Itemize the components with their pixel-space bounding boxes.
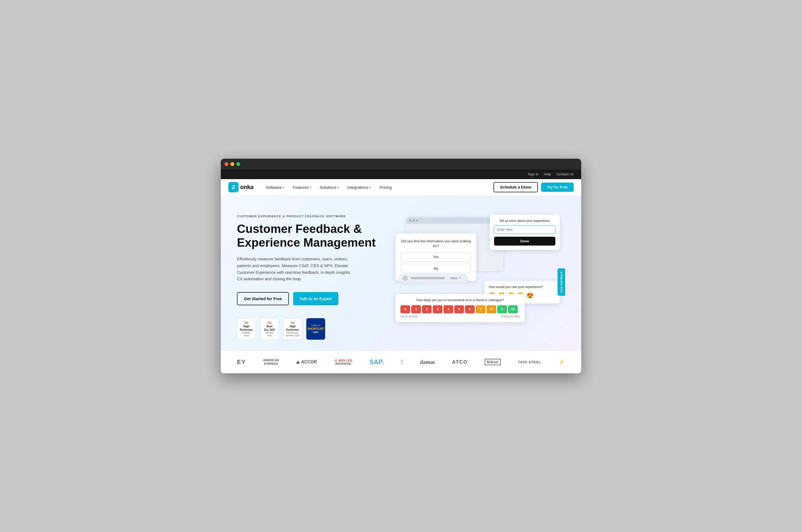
- avatar: [403, 276, 408, 281]
- nps-labels: Not at all likely Extremely likely: [400, 315, 520, 318]
- yes-no-question: Did you find the information you were lo…: [401, 239, 471, 248]
- hero-title: Customer Feedback & Experience Managemen…: [237, 222, 377, 249]
- nav-integrations[interactable]: Integrations ▾: [343, 183, 375, 192]
- try-free-button[interactable]: Try for Free: [541, 183, 574, 192]
- client-nikon: Nikon: [485, 359, 501, 365]
- nav-pricing[interactable]: Pricing: [376, 183, 396, 192]
- badge-g2-mid-market: G2 High Performer Mid-Market SPRING 2023: [283, 318, 302, 340]
- contact-us-link[interactable]: Contact Us: [556, 172, 574, 176]
- browser-dot: [416, 220, 418, 222]
- nps-6[interactable]: 6: [465, 305, 475, 314]
- browser-dot: [413, 220, 415, 222]
- hero-buttons: Get Started for Free Talk to an Expert: [237, 292, 377, 305]
- maximize-button[interactable]: [236, 162, 240, 166]
- nps-10[interactable]: 10: [508, 305, 518, 314]
- schedule-demo-button[interactable]: Schedule a Demo: [494, 182, 538, 192]
- client-amex: AMERICANEXPRESS: [263, 359, 279, 365]
- nps-4[interactable]: 4: [443, 305, 453, 314]
- badge-capterra: Capterra SHORTLIST 2023: [306, 318, 325, 340]
- help-link[interactable]: Help: [544, 172, 551, 176]
- give-feedback-tab[interactable]: Give Feedback: [557, 268, 565, 296]
- hero-description: Effortlessly measure feedback from custo…: [237, 256, 355, 282]
- inbox-bar: Inbox ✕: [398, 274, 468, 282]
- nps-scale: 0 1 2 3 4 5 6 7 8 9 10: [400, 305, 520, 314]
- chevron-down-icon: ▾: [283, 186, 284, 189]
- text-response-input[interactable]: [494, 225, 555, 234]
- nps-5[interactable]: 5: [454, 305, 464, 314]
- mac-window: Sign in Help Contact Us Z onka Software …: [221, 159, 581, 373]
- talk-to-expert-button[interactable]: Talk to an Expert: [293, 292, 338, 305]
- client-tata: TATA STEEL: [518, 360, 541, 364]
- chevron-down-icon: ▾: [369, 186, 371, 189]
- hero-content: CUSTOMER EXPERIENCE & PRODUCT FEEDBACK S…: [237, 212, 377, 340]
- nav-solutions[interactable]: Solutions ▾: [316, 183, 343, 192]
- logo-icon: Z: [228, 182, 238, 192]
- nps-high-label: Extremely likely: [501, 315, 520, 318]
- nps-0[interactable]: 0: [400, 305, 410, 314]
- badge-g2-best-roi: G2 Best Est. ROI SPRING 2023: [260, 318, 279, 340]
- hero-section: CUSTOMER EXPERIENCE & PRODUCT FEEDBACK S…: [221, 196, 581, 350]
- accor-icon: [296, 360, 300, 364]
- yes-button[interactable]: Yes: [401, 252, 471, 262]
- nps-survey-card: How likely are you to recommend us to a …: [396, 294, 525, 322]
- client-apple: : [401, 359, 403, 365]
- browser-dots: [406, 217, 503, 224]
- logo[interactable]: Z onka: [228, 182, 253, 192]
- utility-bar: Sign in Help Contact Us: [221, 169, 581, 179]
- hero-illustration: Did you find the information you were lo…: [387, 212, 565, 325]
- clients-bar: EY AMERICANEXPRESS ACCOR 🔥 MAX LIFEINSUR…: [221, 350, 581, 373]
- client-sap: SAP.: [369, 358, 384, 366]
- nps-low-label: Not at all likely: [400, 315, 418, 318]
- title-bar: [221, 159, 581, 169]
- hero-eyebrow: CUSTOMER EXPERIENCE & PRODUCT FEEDBACK S…: [237, 215, 377, 218]
- nps-1[interactable]: 1: [411, 305, 421, 314]
- inbox-chip: Inbox ✕: [447, 276, 464, 281]
- client-partial: ⚡: [558, 359, 565, 365]
- minimize-button[interactable]: [230, 162, 234, 166]
- nav-actions: Schedule a Demo Try for Free: [494, 182, 574, 192]
- text-response-card: Tell us more about your experience. Done: [490, 215, 560, 250]
- text-response-title: Tell us more about your experience.: [494, 219, 555, 223]
- nikon-box: Nikon: [485, 359, 501, 365]
- nps-8[interactable]: 8: [486, 305, 496, 314]
- nps-9[interactable]: 9: [497, 305, 507, 314]
- no-button[interactable]: No: [401, 264, 471, 273]
- client-maxlife: 🔥 MAX LIFEINSURANCE: [334, 359, 352, 365]
- badge-g2-high-performer: G2 High Performer SPRING 2023: [237, 318, 256, 340]
- nps-question: How likely are you to recommend us to a …: [400, 298, 520, 302]
- nav-software[interactable]: Software ▾: [262, 183, 288, 192]
- logo-text: onka: [240, 184, 253, 191]
- inbox-line: [411, 277, 445, 279]
- chevron-down-icon: ▾: [310, 186, 311, 189]
- client-ey: EY: [237, 359, 246, 365]
- main-navbar: Z onka Software ▾ Features ▾ Solutions ▾…: [221, 179, 581, 196]
- nps-2[interactable]: 2: [422, 305, 432, 314]
- emoji-question: How would you rate your experience?: [489, 285, 555, 289]
- browser-dot: [409, 220, 411, 222]
- nps-7[interactable]: 7: [476, 305, 485, 314]
- sign-in-link[interactable]: Sign in: [528, 172, 538, 176]
- get-started-button[interactable]: Get Started for Free: [237, 292, 289, 305]
- client-atco: ATCO: [452, 359, 468, 365]
- nav-features[interactable]: Features ▾: [289, 183, 315, 192]
- nav-links: Software ▾ Features ▾ Solutions ▾ Integr…: [262, 183, 494, 192]
- award-badges: G2 High Performer SPRING 2023 G2 Best Es…: [237, 318, 377, 340]
- emoji-5[interactable]: 😍: [526, 292, 534, 299]
- chevron-down-icon: ▾: [337, 186, 339, 189]
- nps-3[interactable]: 3: [433, 305, 442, 314]
- close-icon[interactable]: ✕: [459, 276, 461, 280]
- client-damas: damas: [420, 359, 435, 365]
- close-button[interactable]: [225, 162, 228, 166]
- done-button[interactable]: Done: [494, 237, 555, 246]
- client-accor: ACCOR: [296, 360, 317, 364]
